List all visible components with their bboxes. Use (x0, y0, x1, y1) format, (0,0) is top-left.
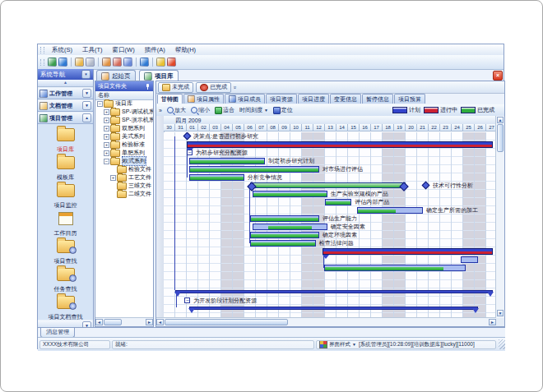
gantt-vertical-scrollbar[interactable]: ▲ ▼ (495, 116, 504, 318)
task-bar[interactable] (253, 191, 327, 197)
tree-item-二维文件[interactable]: 二维文件 (95, 190, 153, 198)
sidebar-group-项目管理[interactable]: 项目管理▴ (38, 112, 93, 124)
task-bar[interactable] (250, 232, 319, 238)
summary-bracket-bar[interactable] (175, 290, 493, 293)
toolbar-grip[interactable] (40, 47, 44, 53)
gantt-tab-暂停信息[interactable]: 暂停信息 (362, 94, 393, 104)
scrollbar-thumb[interactable] (497, 124, 504, 152)
chevron-down-icon[interactable]: ▾ (82, 321, 91, 327)
task-bar[interactable] (250, 215, 319, 222)
tree-item-美式系列[interactable]: +美式系列 (95, 132, 153, 141)
doc-tab-起始页[interactable]: 起始页 (96, 70, 136, 81)
tree-item-工艺文件[interactable]: +工艺文件 (95, 173, 153, 182)
scroll-down-button[interactable]: ▼ (497, 310, 504, 316)
gantt-tab-变更信息[interactable]: 变更信息 (330, 94, 361, 104)
connect-icon[interactable] (48, 58, 57, 67)
sidebar-item-模板库[interactable]: 模板库 (38, 154, 93, 182)
gantt-tab-项目预算[interactable]: 项目预算 (394, 94, 425, 104)
expand-icon[interactable]: + (104, 109, 109, 115)
sidebar-item-工作日历[interactable]: 工作日历 (38, 210, 93, 238)
zoom-in-button[interactable]: 放大 (165, 106, 188, 114)
locate-button[interactable]: 定位 (271, 106, 295, 114)
task-bar[interactable] (324, 265, 466, 271)
gantt-horizontal-scrollbar[interactable]: ◄ ► (156, 317, 496, 326)
menu-item-工具(T)[interactable]: 工具(T) (77, 45, 108, 54)
expand-icon[interactable]: + (104, 142, 109, 148)
completed-summary-bar[interactable] (250, 182, 406, 188)
collapse-icon[interactable]: − (104, 159, 109, 164)
chevron-down-icon[interactable]: ▾ (82, 101, 91, 110)
tree-item-项目库[interactable]: −项目库 (95, 99, 153, 108)
summary-in-progress-bar[interactable] (323, 248, 493, 255)
toolbar-grip[interactable] (40, 59, 44, 66)
task-bar[interactable] (189, 166, 319, 173)
scroll-left-button[interactable]: ◄ (95, 319, 103, 325)
resize-grip[interactable] (499, 339, 505, 349)
sidebar-item-项目文档查找[interactable]: 项目文档查找 (38, 293, 93, 321)
help-icon[interactable] (140, 58, 149, 67)
time-scale-button[interactable]: 时间刻度▼ (237, 106, 271, 114)
finished-filter-button[interactable]: 已完成 (196, 82, 231, 93)
tree-item-双肥系列[interactable]: +双肥系列 (95, 124, 153, 132)
task-bar[interactable] (189, 158, 265, 164)
menu-item-窗口(W)[interactable]: 窗口(W) (108, 45, 140, 54)
tree-item-检验文件[interactable]: 检验文件 (95, 165, 153, 173)
pin-icon[interactable] (145, 84, 151, 90)
tree-item-欧式系列[interactable]: −欧式系列 (95, 157, 153, 165)
chevron-down-icon[interactable]: ▾ (82, 89, 91, 98)
gantt-tab-项目成员[interactable]: 项目成员 (225, 94, 265, 104)
tree-item-SP-调试机系[interactable]: +SP-调试机系 (95, 108, 153, 116)
task-group-expander[interactable]: − (187, 150, 193, 155)
scroll-right-button[interactable]: ► (489, 319, 496, 325)
menu-item-系统(S)[interactable]: 系统(S) (47, 45, 77, 54)
sidebar-group-工作管理[interactable]: 工作管理▾ (38, 87, 93, 99)
summary-bracket-bar[interactable] (189, 307, 478, 310)
sidebar-menu-button[interactable]: ▾ (81, 70, 90, 79)
gantt-tab-项目进度[interactable]: 项目进度 (298, 94, 329, 104)
tree-item-SP-演示机系[interactable]: +SP-演示机系 (95, 116, 153, 124)
filter-overflow-chevron-icon[interactable]: » (232, 85, 238, 89)
task-bar[interactable] (461, 256, 478, 263)
expand-icon[interactable]: + (104, 118, 109, 123)
unfinished-filter-button[interactable]: 未完成 (158, 82, 193, 93)
task-bar[interactable] (189, 174, 244, 181)
sidebar-item-任务查找[interactable]: 任务查找 (38, 265, 93, 293)
chart-icon[interactable] (123, 58, 132, 67)
scroll-up-button[interactable]: ▲ (497, 117, 504, 123)
gantt-tab-甘特图[interactable]: 甘特图 (157, 94, 183, 104)
sidebar-item-项目查找[interactable]: 项目查找 (38, 238, 93, 265)
gantt-tab-项目资源[interactable]: 项目资源 (266, 94, 297, 104)
task-bar[interactable] (253, 224, 327, 230)
expand-icon[interactable]: + (110, 175, 116, 181)
zoom-out-button[interactable]: 缩小 (188, 106, 212, 114)
sidebar-collapse-strip[interactable]: ▲ (38, 80, 93, 87)
scrollbar-thumb[interactable] (104, 319, 122, 325)
folder-open-icon[interactable] (75, 58, 84, 67)
fit-button[interactable]: 适合 (212, 106, 237, 114)
report-icon[interactable] (113, 58, 122, 67)
task-bar[interactable] (325, 199, 351, 205)
expand-icon[interactable]: + (104, 150, 109, 156)
menu-item-帮助(H)[interactable]: 帮助(H) (170, 45, 201, 54)
expand-icon[interactable]: + (104, 134, 109, 140)
scroll-left-button[interactable]: ◄ (156, 319, 164, 325)
sidebar-item-项目库[interactable]: 项目库 (38, 126, 93, 154)
doc-tab-项目库[interactable]: 项目库 (139, 70, 179, 81)
toolbar-overflow-chevron[interactable]: » (156, 108, 165, 113)
sidebar-group-文档管理[interactable]: 文档管理▾ (38, 99, 93, 112)
scroll-right-button[interactable]: ► (146, 319, 153, 325)
sidebar-group-partial[interactable]: ▾ (38, 320, 93, 327)
folder-grey-icon[interactable] (86, 58, 95, 67)
scrollbar-thumb[interactable] (165, 319, 288, 325)
lock-icon[interactable] (156, 58, 165, 67)
exit-icon[interactable] (167, 58, 176, 67)
task-bar[interactable] (357, 207, 423, 214)
sidebar-item-项目监控[interactable]: 项目监控 (38, 182, 93, 210)
web-icon[interactable] (58, 58, 67, 67)
tree-horizontal-scrollbar[interactable]: ◄ ► (95, 317, 153, 326)
chevron-up-icon[interactable]: ▴ (82, 113, 91, 122)
menu-item-插件(A)[interactable]: 插件(A) (140, 45, 170, 54)
task-group-expander[interactable]: − (184, 297, 190, 303)
close-tab-button[interactable]: × (493, 71, 503, 81)
gantt-chart-body[interactable]: 决策点:是否进行初步研究−为初步研究分配资源制定初步研究计划对市场进行评估分析竞… (164, 132, 496, 318)
